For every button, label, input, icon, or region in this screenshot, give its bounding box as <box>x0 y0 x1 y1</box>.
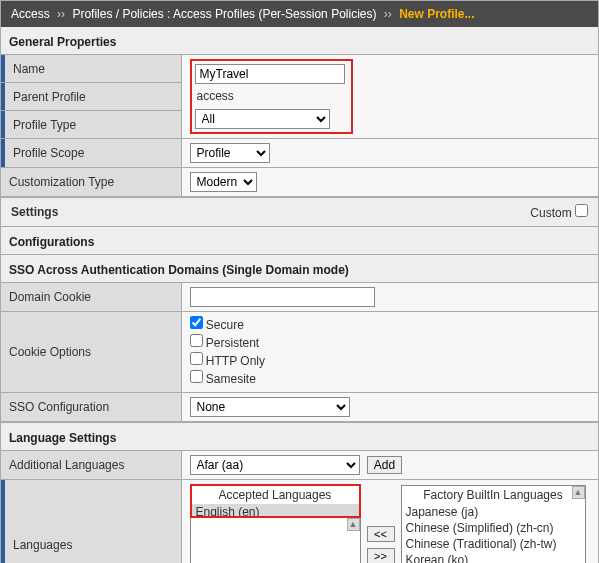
label-profile-type: Profile Type <box>1 111 181 139</box>
label-additional-languages: Additional Languages <box>1 451 181 480</box>
persistent-checkbox[interactable] <box>190 334 203 347</box>
samesite-checkbox[interactable] <box>190 370 203 383</box>
crumb-sep: ›› <box>384 7 392 21</box>
move-right-button[interactable]: >> <box>367 548 395 563</box>
label-name: Name <box>1 55 181 83</box>
language-table: Additional Languages Afar (aa) Add Langu… <box>1 450 598 563</box>
section-sso: SSO Across Authentication Domains (Singl… <box>1 254 598 282</box>
crumb-profiles[interactable]: Profiles / Policies : Access Profiles (P… <box>72 7 376 21</box>
add-language-button[interactable]: Add <box>367 456 402 474</box>
crumb-access[interactable]: Access <box>11 7 50 21</box>
label-domain-cookie: Domain Cookie <box>1 283 181 312</box>
section-language-settings: Language Settings <box>1 422 598 450</box>
factory-language-item[interactable]: Korean (ko) <box>402 552 585 563</box>
accepted-languages-wrap: Accepted Languages English (en) ▲ ▼ <box>190 484 361 563</box>
breadcrumb: Access ›› Profiles / Policies : Access P… <box>0 0 599 27</box>
section-configurations: Configurations <box>1 226 598 254</box>
custom-toggle-wrap: Custom <box>530 204 588 220</box>
label-profile-scope: Profile Scope <box>1 139 181 168</box>
factory-language-item[interactable]: Chinese (Traditional) (zh-tw) <box>402 536 585 552</box>
scroll-up-icon[interactable]: ▲ <box>347 518 360 531</box>
factory-languages-list[interactable]: Factory BuiltIn Languages Japanese (ja) … <box>401 485 586 563</box>
section-settings: Settings Custom <box>1 197 598 226</box>
label-languages: Languages <box>1 480 181 564</box>
domain-cookie-input[interactable] <box>190 287 375 307</box>
label-parent-profile: Parent Profile <box>1 83 181 111</box>
customization-type-select[interactable]: Modern <box>190 172 257 192</box>
sso-table: Domain Cookie Cookie Options Secure Pers… <box>1 282 598 422</box>
custom-checkbox[interactable] <box>575 204 588 217</box>
factory-languages-header: Factory BuiltIn Languages <box>402 486 585 504</box>
profile-type-select[interactable]: All <box>195 109 330 129</box>
http-only-checkbox[interactable] <box>190 352 203 365</box>
opt-http-only[interactable]: HTTP Only <box>190 352 591 370</box>
sso-config-select[interactable]: None <box>190 397 350 417</box>
label-cookie-options: Cookie Options <box>1 312 181 393</box>
section-general-properties: General Properties <box>1 27 598 54</box>
accepted-language-item[interactable]: English (en) <box>192 504 359 516</box>
label-customization-type: Customization Type <box>1 168 181 197</box>
content-panel: General Properties Name access All Paren… <box>0 27 599 563</box>
general-properties-table: Name access All Parent Profile Profile T… <box>1 54 598 197</box>
factory-language-item[interactable]: Chinese (Simplified) (zh-cn) <box>402 520 585 536</box>
opt-samesite[interactable]: Samesite <box>190 370 591 388</box>
opt-secure[interactable]: Secure <box>190 316 591 334</box>
highlight-name-type: access All <box>190 59 353 134</box>
move-left-button[interactable]: << <box>367 526 395 542</box>
scroll-up-icon[interactable]: ▲ <box>572 486 585 499</box>
name-input[interactable] <box>195 64 345 84</box>
parent-profile-value: access <box>195 89 345 103</box>
crumb-current: New Profile... <box>399 7 474 21</box>
secure-checkbox[interactable] <box>190 316 203 329</box>
settings-title: Settings <box>11 205 58 219</box>
crumb-sep: ›› <box>57 7 65 21</box>
custom-label: Custom <box>530 206 571 220</box>
accepted-languages-list[interactable]: ▲ ▼ <box>190 518 361 563</box>
accepted-languages-header: Accepted Languages <box>192 486 359 504</box>
additional-languages-select[interactable]: Afar (aa) <box>190 455 360 475</box>
factory-language-item[interactable]: Japanese (ja) <box>402 504 585 520</box>
profile-scope-select[interactable]: Profile <box>190 143 270 163</box>
label-sso-config: SSO Configuration <box>1 393 181 422</box>
opt-persistent[interactable]: Persistent <box>190 334 591 352</box>
